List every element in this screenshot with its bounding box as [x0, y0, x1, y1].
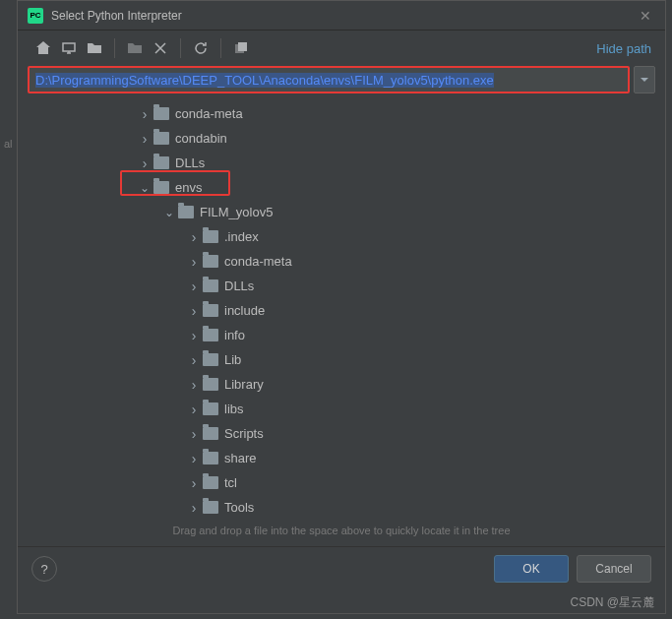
chevron-right-icon[interactable] — [187, 304, 201, 318]
chevron-right-icon[interactable] — [187, 230, 201, 244]
home-icon[interactable] — [31, 36, 55, 60]
tree-item-label: info — [224, 328, 245, 342]
chevron-right-icon[interactable] — [187, 329, 201, 342]
footer: ? OK Cancel — [18, 546, 665, 590]
svg-rect-0 — [63, 43, 75, 51]
chevron-right-icon[interactable] — [138, 107, 152, 121]
folder-icon — [203, 501, 218, 514]
tree-item-label: conda-meta — [175, 106, 243, 121]
path-dropdown-button[interactable] — [634, 66, 655, 93]
close-icon[interactable]: ✕ — [636, 8, 655, 24]
toolbar-separator — [114, 38, 115, 58]
pycharm-icon: PC — [28, 8, 43, 24]
folder-icon — [203, 452, 218, 464]
tree-item-scripts[interactable]: Scripts — [20, 421, 655, 446]
folder-tree[interactable]: conda-metacondabinDLLsenvsFILM_yolov5.in… — [20, 99, 655, 519]
project-icon[interactable] — [83, 36, 106, 60]
folder-icon — [203, 353, 218, 366]
folder-icon — [203, 378, 218, 391]
chevron-down-icon[interactable] — [138, 181, 152, 195]
folder-icon — [203, 304, 218, 317]
chevron-right-icon[interactable] — [187, 452, 201, 465]
folder-icon — [153, 181, 169, 194]
folder-icon — [203, 279, 218, 292]
tree-item-info[interactable]: info — [20, 323, 655, 347]
folder-icon — [203, 476, 218, 489]
cancel-button[interactable]: Cancel — [577, 555, 651, 583]
tree-item-label: include — [224, 303, 265, 318]
folder-icon — [153, 156, 169, 169]
chevron-right-icon[interactable] — [138, 132, 152, 146]
folder-icon — [153, 107, 169, 120]
tree-item-film-yolov5[interactable]: FILM_yolov5 — [20, 200, 655, 224]
ok-button[interactable]: OK — [494, 555, 569, 583]
tree-item-label: conda-meta — [224, 254, 292, 269]
hide-path-link[interactable]: Hide path — [596, 41, 651, 56]
tree-item-library[interactable]: Library — [20, 372, 655, 397]
tree-item-conda-meta[interactable]: conda-meta — [20, 249, 655, 274]
tree-item-label: DLLs — [175, 155, 205, 170]
tree-item-label: Scripts — [224, 426, 264, 441]
tree-item-include[interactable]: include — [20, 298, 655, 323]
tree-container: conda-metacondabinDLLsenvsFILM_yolov5.in… — [20, 99, 655, 519]
svg-rect-2 — [238, 42, 247, 51]
path-row: D:\ProgrammingSoftware\DEEP_TOOL\Anacond… — [18, 66, 665, 99]
tree-item-dlls[interactable]: DLLs — [20, 151, 655, 175]
path-input[interactable]: D:\ProgrammingSoftware\DEEP_TOOL\Anacond… — [28, 66, 630, 93]
desktop-icon[interactable] — [57, 36, 81, 60]
delete-icon[interactable] — [149, 36, 172, 60]
chevron-right-icon[interactable] — [187, 427, 201, 441]
tree-item-conda-meta[interactable]: conda-meta — [20, 101, 655, 126]
tree-item-tools[interactable]: Tools — [20, 495, 655, 519]
chevron-right-icon[interactable] — [187, 378, 201, 392]
folder-icon — [203, 329, 218, 341]
dialog-title: Select Python Interpreter — [51, 9, 636, 23]
watermark: CSDN @星云麓 — [570, 594, 654, 611]
tree-item-label: share — [224, 451, 257, 465]
refresh-icon[interactable] — [189, 36, 213, 60]
tree-item-dlls[interactable]: DLLs — [20, 274, 655, 298]
background-fragment: al — [4, 138, 13, 150]
folder-icon — [203, 402, 218, 415]
chevron-right-icon[interactable] — [138, 156, 152, 170]
chevron-right-icon[interactable] — [187, 476, 201, 490]
folder-icon — [203, 427, 218, 440]
chevron-right-icon[interactable] — [187, 353, 201, 367]
chevron-right-icon[interactable] — [187, 501, 201, 515]
drop-hint: Drag and drop a file into the space abov… — [18, 519, 665, 546]
toolbar: Hide path — [18, 31, 665, 66]
show-hidden-icon[interactable] — [229, 36, 253, 60]
tree-item-tcl[interactable]: tcl — [20, 470, 655, 495]
toolbar-separator — [220, 38, 221, 58]
tree-item-label: .index — [224, 229, 259, 244]
tree-item-label: tcl — [224, 475, 237, 490]
path-text: D:\ProgrammingSoftware\DEEP_TOOL\Anacond… — [35, 73, 494, 88]
tree-item-label: Library — [224, 377, 264, 392]
chevron-right-icon[interactable] — [187, 402, 201, 416]
chevron-down-icon[interactable] — [162, 206, 176, 219]
new-folder-icon[interactable] — [123, 36, 147, 60]
tree-item-label: Tools — [224, 500, 254, 515]
help-button[interactable]: ? — [31, 556, 57, 582]
folder-icon — [203, 230, 218, 243]
tree-item-label: envs — [175, 180, 202, 195]
tree-item-label: FILM_yolov5 — [200, 205, 273, 219]
tree-item-label: DLLs — [224, 279, 254, 293]
chevron-right-icon[interactable] — [187, 279, 201, 293]
folder-icon — [178, 206, 194, 218]
tree-item-envs[interactable]: envs — [20, 175, 655, 200]
tree-item-share[interactable]: share — [20, 446, 655, 470]
tree-item-lib[interactable]: Lib — [20, 347, 655, 372]
tree-item-label: condabin — [175, 131, 227, 146]
titlebar[interactable]: PC Select Python Interpreter ✕ — [18, 1, 665, 31]
chevron-right-icon[interactable] — [187, 255, 201, 269]
select-interpreter-dialog: PC Select Python Interpreter ✕ Hide path… — [17, 0, 666, 614]
tree-item-label: Lib — [224, 352, 241, 367]
toolbar-separator — [180, 38, 181, 58]
tree-item--index[interactable]: .index — [20, 224, 655, 249]
tree-item-label: libs — [224, 402, 244, 416]
tree-item-condabin[interactable]: condabin — [20, 126, 655, 151]
folder-icon — [203, 255, 218, 268]
folder-icon — [153, 132, 169, 145]
tree-item-libs[interactable]: libs — [20, 397, 655, 421]
